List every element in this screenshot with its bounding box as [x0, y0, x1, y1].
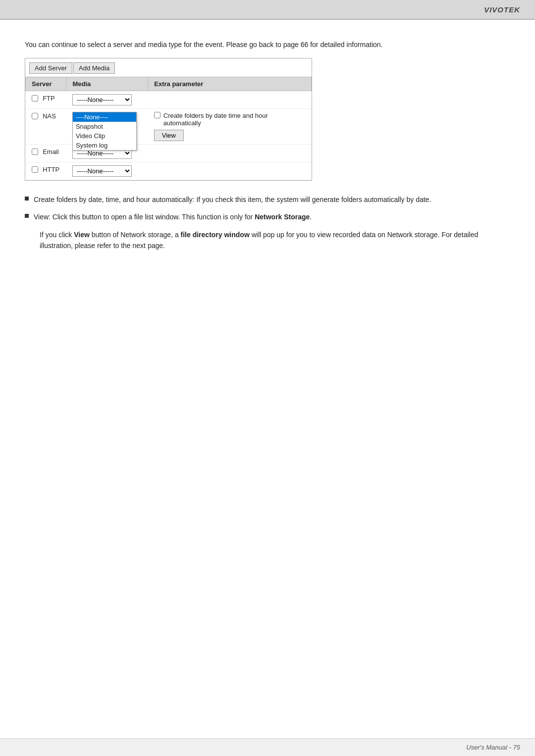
- top-bar: VIVOTEK: [0, 0, 535, 20]
- nas-label: NAS: [43, 112, 56, 120]
- http-media-select[interactable]: -----None----- Snapshot Video Clip Syste…: [72, 165, 132, 177]
- indent-paragraph: If you click View button of Network stor…: [40, 229, 510, 252]
- bottom-bar: User's Manual - 75: [0, 738, 535, 756]
- main-content: You can continue to select a server and …: [0, 20, 535, 271]
- ftp-label: FTP: [43, 95, 55, 102]
- nas-option-snapshot[interactable]: Snapshot: [73, 122, 136, 131]
- ftp-extra-cell: [148, 91, 312, 109]
- view-button[interactable]: View: [154, 130, 184, 141]
- table-header-row: Server Media Extra parameter: [26, 77, 312, 91]
- http-label: HTTP: [43, 166, 59, 173]
- network-storage-bold: Network Storage: [255, 213, 310, 221]
- http-server-cell: HTTP: [26, 162, 66, 180]
- media-table: Server Media Extra parameter FTP: [25, 77, 312, 180]
- email-label: Email: [43, 148, 59, 155]
- nas-option-none[interactable]: ----None----: [73, 112, 136, 122]
- nas-server-cell: NAS: [26, 109, 66, 145]
- panel-buttons-row: Add Server Add Media: [25, 58, 312, 74]
- nas-option-systemlog[interactable]: System log: [73, 141, 136, 150]
- page-number: User's Manual - 75: [466, 744, 520, 751]
- ftp-checkbox[interactable]: [32, 95, 38, 101]
- nas-dropdown-menu[interactable]: ----None---- Snapshot Video Clip System …: [72, 112, 137, 151]
- bullet-section: Create folders by date, time, and hour a…: [25, 195, 510, 252]
- view-button-container: View: [154, 130, 306, 141]
- ftp-media-select[interactable]: -----None----- Snapshot Video Clip Syste…: [72, 94, 132, 105]
- http-media-cell: -----None----- Snapshot Video Clip Syste…: [66, 162, 148, 180]
- nas-dropdown-container: -----None----- ▼ ----None---- Snapshot V…: [72, 112, 137, 122]
- add-server-button[interactable]: Add Server: [29, 62, 72, 74]
- email-server-cell: Email: [26, 145, 66, 162]
- media-column-header: Media: [66, 77, 148, 91]
- bullet-square-2: [25, 214, 29, 218]
- view-bold: View: [74, 231, 90, 239]
- ftp-server-cell: FTP: [26, 91, 66, 109]
- http-checkbox[interactable]: [32, 166, 38, 173]
- bullet-text-2: View: Click this button to open a file l…: [34, 212, 510, 222]
- bullet-item-2: View: Click this button to open a file l…: [25, 212, 510, 222]
- create-folders-row: Create folders by date time and hour aut…: [154, 112, 306, 127]
- bullet-text-1: Create folders by date, time, and hour a…: [34, 195, 510, 205]
- email-checkbox[interactable]: [32, 149, 38, 155]
- nas-checkbox[interactable]: [32, 113, 38, 119]
- server-column-header: Server: [26, 77, 66, 91]
- email-extra-cell: [148, 145, 312, 162]
- add-media-button[interactable]: Add Media: [73, 62, 115, 74]
- nas-media-cell: -----None----- ▼ ----None---- Snapshot V…: [66, 109, 148, 145]
- ftp-row: FTP -----None----- Snapshot Video Clip S…: [26, 91, 312, 109]
- create-folders-checkbox[interactable]: [154, 112, 160, 118]
- bullet-item-1: Create folders by date, time, and hour a…: [25, 195, 510, 205]
- nas-extra-content: Create folders by date time and hour aut…: [154, 112, 306, 141]
- bullet-square-1: [25, 197, 29, 201]
- create-folders-label: Create folders by date time and hour aut…: [163, 112, 306, 127]
- nas-extra-cell: Create folders by date time and hour aut…: [148, 109, 312, 145]
- nas-row: NAS -----None----- ▼ -: [26, 109, 312, 145]
- file-directory-bold: file directory window: [181, 231, 250, 239]
- extra-column-header: Extra parameter: [148, 77, 312, 91]
- nas-option-videoclip[interactable]: Video Clip: [73, 131, 136, 141]
- ftp-media-cell: -----None----- Snapshot Video Clip Syste…: [66, 91, 148, 109]
- http-extra-cell: [148, 162, 312, 180]
- http-row: HTTP -----None----- Snapshot Video Clip …: [26, 162, 312, 180]
- page: VIVOTEK You can continue to select a ser…: [0, 0, 535, 756]
- email-row: Email -----None----- Snapshot Video Clip…: [26, 145, 312, 162]
- intro-paragraph: You can continue to select a server and …: [25, 40, 510, 50]
- media-panel: Add Server Add Media Server Media Extra …: [25, 58, 312, 181]
- brand-label: VIVOTEK: [484, 5, 520, 14]
